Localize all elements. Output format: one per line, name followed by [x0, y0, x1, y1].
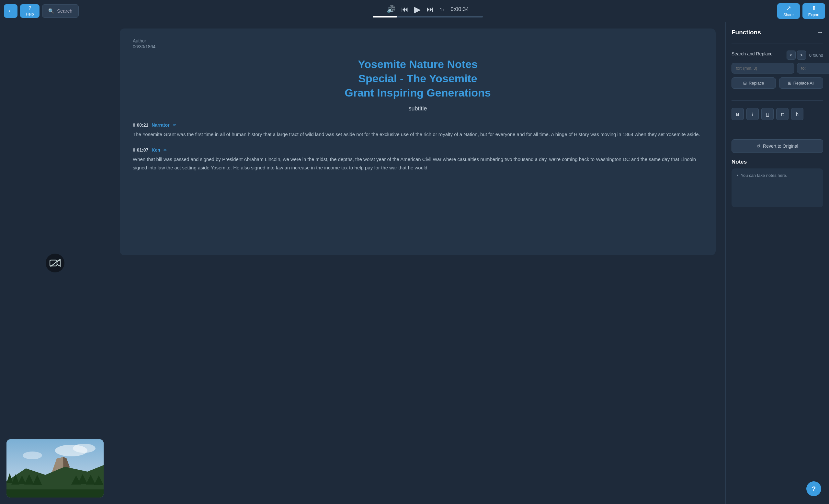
revert-icon: ↺: [756, 143, 760, 149]
transcript-meta-1: 0:00:21 Narrator ✏: [133, 122, 703, 128]
doc-title: Yosemite Nature Notes Special - The Yose…: [133, 57, 703, 100]
share-button[interactable]: ↗ Share: [777, 3, 800, 19]
play-button[interactable]: ▶: [414, 4, 421, 14]
edit-icon-1[interactable]: ✏: [173, 122, 177, 127]
share-label: Share: [783, 13, 794, 17]
sr-to-input[interactable]: [797, 63, 829, 74]
search-label: Search: [57, 8, 73, 13]
replace-all-button[interactable]: ⊞ Replace All: [779, 77, 824, 89]
half-dome-svg: [6, 439, 104, 498]
help-icon: ?: [29, 5, 31, 11]
replace-all-label: Replace All: [793, 81, 815, 85]
playback-center: 🔊 ⏮ ▶ ⏭ 1x 0:00:34: [81, 4, 774, 17]
back-button[interactable]: ←: [4, 4, 17, 18]
functions-arrow[interactable]: →: [817, 29, 823, 36]
speed-button[interactable]: 1x: [439, 7, 445, 12]
video-thumbnail: [6, 439, 104, 498]
doc-date: 06/30/1864: [133, 44, 703, 49]
search-button[interactable]: 🔍 Search: [42, 4, 79, 18]
progress-bar[interactable]: [373, 16, 483, 17]
volume-button[interactable]: 🔊: [387, 5, 395, 13]
export-button[interactable]: ⬆ Export: [802, 3, 825, 19]
timestamp: 0:00:34: [450, 6, 469, 13]
title-line2: Special - The Yosemite: [358, 72, 477, 84]
svg-point-5: [23, 452, 42, 459]
help-button[interactable]: ? Help: [20, 4, 39, 18]
topbar-right: ↗ Share ⬆ Export: [777, 3, 825, 19]
sr-found-count: 0 found: [809, 53, 823, 58]
speaker-2: Ken: [151, 147, 160, 152]
transcript-text-1: The Yosemite Grant was the first time in…: [133, 130, 703, 139]
sr-header: Search and Replace < > 0 found: [731, 50, 823, 60]
sr-next-button[interactable]: >: [797, 50, 806, 60]
rewind-button[interactable]: ⏮: [401, 5, 408, 13]
format-italic-button[interactable]: i: [747, 108, 759, 120]
notes-placeholder-text: You can take notes here.: [741, 173, 787, 178]
format-highlight-button[interactable]: h: [791, 108, 803, 120]
replace-all-icon: ⊞: [788, 81, 791, 85]
search-replace-label: Search and Replace: [731, 51, 773, 57]
revert-button[interactable]: ↺ Revert to Original: [731, 139, 823, 153]
transcript-block-1: 0:00:21 Narrator ✏ The Yosemite Grant wa…: [133, 122, 703, 139]
format-buttons: B i u tt h: [731, 108, 823, 120]
sr-buttons: ⊟ Replace ⊞ Replace All: [731, 77, 823, 89]
timestamp-2: 0:01:07: [133, 147, 148, 152]
title-line1: Yosemite Nature Notes: [358, 58, 478, 70]
notes-area[interactable]: You can take notes here.: [731, 169, 823, 207]
center-panel[interactable]: Author 06/30/1864 Yosemite Nature Notes …: [110, 22, 725, 504]
transcript-text-2: When that bill was passed and signed by …: [133, 155, 703, 172]
left-panel: [0, 22, 110, 504]
functions-title: Functions: [731, 29, 761, 36]
replace-label: Replace: [749, 81, 764, 85]
format-bold-button[interactable]: B: [731, 108, 744, 120]
replace-button[interactable]: ⊟ Replace: [731, 77, 776, 89]
replace-icon: ⊟: [743, 81, 747, 85]
notes-title: Notes: [731, 159, 823, 165]
progress-fill: [373, 16, 397, 17]
format-underline-button[interactable]: u: [761, 108, 773, 120]
doc-subtitle: subtitle: [133, 105, 703, 112]
svg-rect-19: [6, 490, 104, 498]
sr-for-input[interactable]: [731, 63, 794, 74]
share-icon: ↗: [786, 4, 791, 12]
export-icon: ⬆: [812, 4, 816, 12]
export-label: Export: [808, 13, 820, 17]
transcript-meta-2: 0:01:07 Ken ✏: [133, 147, 703, 152]
help-fab-button[interactable]: ?: [806, 481, 821, 496]
timestamp-1: 0:00:21: [133, 122, 148, 128]
right-panel: Functions → Search and Replace < > 0 fou…: [725, 22, 829, 504]
speaker-1: Narrator: [151, 122, 169, 128]
sr-prev-button[interactable]: <: [787, 50, 796, 60]
search-replace-section: Search and Replace < > 0 found ⊟ Replace…: [731, 50, 823, 93]
forward-button[interactable]: ⏭: [427, 5, 434, 13]
playback-controls: 🔊 ⏮ ▶ ⏭ 1x 0:00:34: [387, 4, 469, 14]
format-strikethrough-button[interactable]: tt: [776, 108, 789, 120]
topbar: ← ? Help 🔍 Search 🔊 ⏮ ▶ ⏭ 1x 0:00:34 ↗ S…: [0, 0, 829, 22]
divider-3: [731, 132, 823, 132]
main-layout: Author 06/30/1864 Yosemite Nature Notes …: [0, 22, 829, 504]
sr-nav: < > 0 found: [787, 50, 823, 60]
edit-icon-2[interactable]: ✏: [164, 148, 167, 152]
functions-header: Functions →: [731, 29, 823, 36]
notes-placeholder: You can take notes here.: [737, 173, 818, 178]
title-line3: Grant Inspiring Generations: [345, 86, 491, 99]
divider-1: [731, 43, 823, 43]
search-icon: 🔍: [48, 8, 55, 14]
video-off-icon: [46, 254, 65, 273]
svg-point-4: [73, 444, 96, 453]
help-label: Help: [26, 12, 34, 16]
doc-author-label: Author: [133, 38, 703, 43]
transcript-block-2: 0:01:07 Ken ✏ When that bill was passed …: [133, 147, 703, 172]
sr-inputs: [731, 63, 823, 74]
notes-section: Notes You can take notes here.: [731, 159, 823, 207]
transcript-card: Author 06/30/1864 Yosemite Nature Notes …: [120, 29, 716, 255]
revert-label: Revert to Original: [763, 143, 798, 149]
svg-rect-0: [50, 260, 57, 266]
divider-2: [731, 100, 823, 101]
